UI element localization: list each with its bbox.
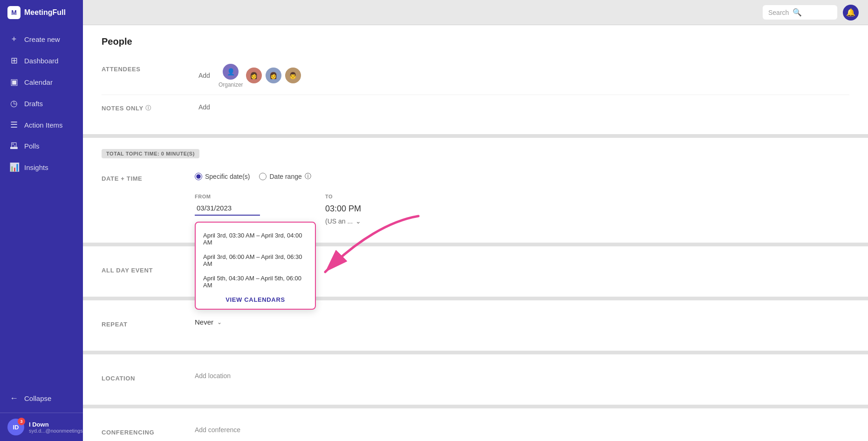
notes-only-label: NOTES ONLY ⓘ [102,102,195,112]
sidebar-item-create-new[interactable]: + Create new [0,29,83,50]
all-day-label: ALL DAY EVENT [102,264,195,274]
conferencing-row: CONFERENCING Add conference [102,420,849,441]
sidebar-item-label: Dashboard [24,57,58,65]
view-calendars-button[interactable]: VIEW CALENDARS [196,292,315,305]
avatar-1[interactable]: 👩 [245,67,263,84]
date-inputs-row: FROM April 3rd, 03:30 AM – April 3rd, 04… [195,194,361,225]
sidebar-item-insights[interactable]: 📊 Insights [0,156,83,178]
from-date-input[interactable] [195,201,260,216]
sidebar-item-label: Collapse [24,394,51,402]
date-range-option[interactable]: Date range ⓘ [259,172,311,181]
conferencing-value: Add conference [195,426,849,434]
calendar-icon: ▣ [9,77,19,87]
people-title: People [102,36,849,47]
timezone-chevron-icon[interactable]: ⌄ [355,217,361,225]
conferencing-section: CONFERENCING Add conference [83,408,868,441]
timezone-text: (US an ... [325,217,353,225]
sidebar-item-polls[interactable]: 🗳 Polls [0,136,83,156]
add-attendee-button[interactable]: Add [195,70,214,81]
date-time-section: TOTAL TOPIC TIME: 0 MINUTE(S) DATE + TIM… [83,138,868,246]
people-section: People ATTENDEES Add 👤 Organizer 👩 👩 [83,25,868,138]
avatar-2[interactable]: 👩 [265,67,282,84]
polls-icon: 🗳 [9,141,19,151]
date-range-info-icon[interactable]: ⓘ [305,172,311,181]
to-label: TO [325,194,361,199]
attendees-value: Add 👤 Organizer 👩 👩 👨 [195,63,849,88]
date-time-value: Specific date(s) Date range ⓘ [195,172,849,225]
conferencing-label: CONFERENCING [102,426,195,436]
attendees-row: ATTENDEES Add 👤 Organizer 👩 👩 👨 [102,56,849,95]
repeat-row: REPEAT Never ⌄ [102,312,849,339]
sidebar-item-label: Drafts [24,100,43,108]
specific-dates-radio[interactable] [195,173,202,180]
date-suggestion-3[interactable]: April 5th, 04:30 AM – April 5th, 06:00 A… [196,271,315,292]
add-notes-only-button[interactable]: Add [195,102,214,113]
content-area: People ATTENDEES Add 👤 Organizer 👩 👩 [83,25,868,441]
date-time-label: DATE + TIME [102,172,195,182]
date-suggestion-1[interactable]: April 3rd, 03:30 AM – April 3rd, 04:00 A… [196,228,315,250]
location-section: LOCATION Add location [83,354,868,408]
user-profile[interactable]: ID 3 I Down syd.d...@noonmeetings.com [0,413,83,441]
repeat-label: REPEAT [102,318,195,328]
sidebar-item-collapse[interactable]: ← Collapse [0,388,83,409]
avatar-3[interactable]: 👨 [284,67,302,84]
location-value: Add location [195,372,849,380]
repeat-value: Never ⌄ [195,318,849,326]
organizer-label: Organizer [219,81,243,88]
search-icon[interactable]: 🔍 [793,8,802,17]
logo-icon: M [7,6,21,19]
collapse-icon: ← [9,394,19,403]
date-type-radio-group: Specific date(s) Date range ⓘ [195,172,311,181]
search-box[interactable]: Search 🔍 [763,5,837,20]
user-avatar-wrap: ID 3 [7,419,24,435]
add-location-link[interactable]: Add location [195,372,231,380]
plus-icon: + [9,34,19,44]
add-conference-link[interactable]: Add conference [195,426,240,434]
sidebar-item-label: Insights [24,163,48,171]
app-name: MeetingFull [24,8,66,17]
timezone-row: (US an ... ⌄ [325,217,361,225]
grid-icon: ⊞ [9,55,19,66]
sidebar-nav: + Create new ⊞ Dashboard ▣ Calendar ◷ Dr… [0,25,83,413]
date-suggestions-dropdown: April 3rd, 03:30 AM – April 3rd, 04:00 A… [195,222,316,310]
chevron-down-icon: ⌄ [217,319,222,326]
app-logo[interactable]: M MeetingFull [0,0,83,25]
location-label: LOCATION [102,372,195,382]
date-from-group: FROM April 3rd, 03:30 AM – April 3rd, 04… [195,194,260,216]
from-label: FROM [195,194,260,199]
notes-only-row: NOTES ONLY ⓘ Add [102,95,849,123]
sidebar-item-label: Create new [24,35,60,43]
specific-dates-option[interactable]: Specific date(s) [195,173,250,180]
date-to-group: TO 03:00 PM (US an ... ⌄ [325,194,361,225]
sidebar-item-label: Calendar [24,78,53,86]
notes-only-value: Add [195,102,849,113]
sidebar-item-label: Polls [24,142,40,150]
topbar: Search 🔍 🔔 [83,0,868,25]
sidebar-item-drafts[interactable]: ◷ Drafts [0,93,83,114]
insights-icon: 📊 [9,162,19,172]
date-time-row: DATE + TIME Specific date(s) Date range [102,166,849,231]
topic-time-badge: TOTAL TOPIC TIME: 0 MINUTE(S) [102,149,199,158]
main-area: Search 🔍 🔔 People ATTENDEES Add 👤 Organi… [83,0,868,441]
list-icon: ☰ [9,120,19,130]
sidebar-item-dashboard[interactable]: ⊞ Dashboard [0,50,83,71]
date-suggestion-2[interactable]: April 3rd, 06:00 AM – April 3rd, 06:30 A… [196,250,315,271]
sidebar-item-action-items[interactable]: ☰ Action Items [0,114,83,136]
attendees-label: ATTENDEES [102,63,195,73]
avatar-organizer[interactable]: 👤 [222,63,239,81]
to-time: 03:00 PM [325,204,361,214]
location-row: LOCATION Add location [102,366,849,394]
repeat-select[interactable]: Never ⌄ [195,318,222,326]
clock-icon: ◷ [9,98,19,109]
notification-badge: 3 [18,418,25,425]
sidebar-item-label: Action Items [24,121,63,129]
date-range-radio[interactable] [259,173,267,180]
info-icon[interactable]: ⓘ [145,104,151,112]
attendees-avatars: 👤 Organizer 👩 👩 👨 [219,63,302,88]
search-text: Search [768,9,789,16]
sidebar-item-calendar[interactable]: ▣ Calendar [0,71,83,93]
avatar-organizer-wrap: 👤 Organizer [219,63,243,88]
notification-button[interactable]: 🔔 [843,5,859,20]
sidebar: M MeetingFull + Create new ⊞ Dashboard ▣… [0,0,83,441]
